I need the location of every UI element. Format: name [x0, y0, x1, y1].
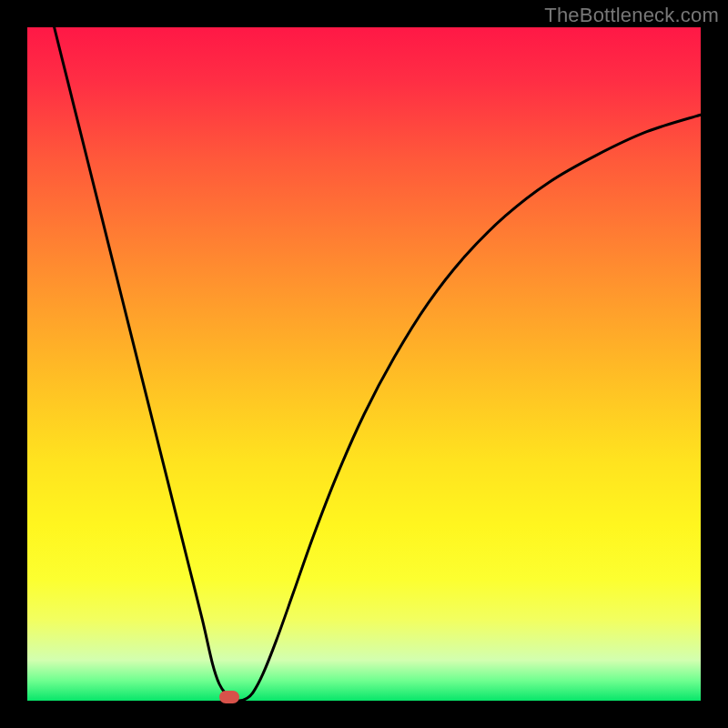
plot-area: [27, 27, 701, 701]
attribution-label: TheBottleneck.com: [544, 4, 719, 27]
bottleneck-curve: [27, 27, 701, 701]
chart-frame: TheBottleneck.com: [0, 0, 728, 728]
optimum-marker: [219, 691, 239, 703]
